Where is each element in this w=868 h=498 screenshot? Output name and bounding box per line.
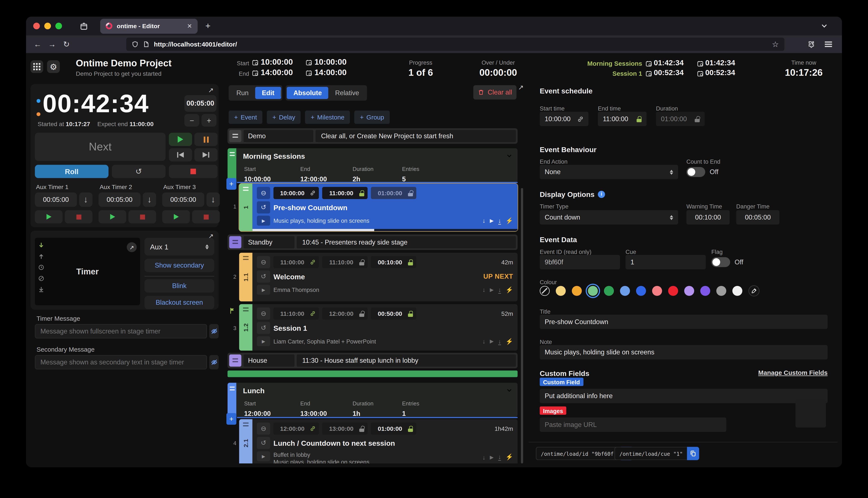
aux2-time-input[interactable]: 00:05:00 <box>99 193 141 207</box>
rundown-event-1[interactable]: 1 1 ⊖ 10:00:00 11:00:00 01:00:00 <box>226 183 525 231</box>
colour-swatch[interactable] <box>668 286 678 296</box>
milestone-text[interactable]: 10:45 - Presenters ready side stage <box>297 236 516 248</box>
reload-button[interactable]: ↺ <box>112 165 166 178</box>
reload-event-button[interactable]: ↺ <box>257 201 270 213</box>
page-info-icon[interactable] <box>143 41 150 48</box>
schedule-start-input[interactable]: 10:00:00 <box>540 112 588 126</box>
add-delay-button[interactable]: +Delay <box>267 110 301 124</box>
browser-tab[interactable]: ontime - Editor ✕ <box>100 18 197 34</box>
colour-swatch[interactable] <box>732 286 742 296</box>
aux1-direction-button[interactable]: ↓ <box>79 193 92 207</box>
colour-picker-button[interactable] <box>749 285 760 296</box>
blackout-button[interactable]: Blackout screen <box>144 296 214 309</box>
pause-button[interactable] <box>194 133 218 146</box>
back-button[interactable]: ← <box>30 40 45 49</box>
drag-handle[interactable] <box>229 354 241 367</box>
load-down-icon[interactable]: ↓ <box>482 454 485 460</box>
skip-event-button[interactable]: ⊖ <box>257 256 270 268</box>
copy-cue-button[interactable] <box>687 447 699 460</box>
custom-field-input[interactable] <box>540 389 828 403</box>
no-colour-swatch[interactable] <box>540 286 550 296</box>
event-title[interactable]: Pre-show Countdown <box>273 203 347 211</box>
event-note[interactable]: Buffet in lobby <box>273 451 369 458</box>
count-to-end-toggle[interactable] <box>687 167 705 177</box>
load-down-icon[interactable]: ↓ <box>482 338 485 344</box>
remove-time-button[interactable]: − <box>184 114 199 127</box>
aux1-time-input[interactable]: 00:05:00 <box>35 193 77 207</box>
aux2-play-button[interactable] <box>99 210 126 223</box>
milestone-house[interactable]: House 11:30 - House staff setup lunch in… <box>228 353 518 368</box>
schedule-end-input[interactable]: 11:00:00 <box>598 112 647 126</box>
colour-swatch[interactable] <box>620 286 630 296</box>
milestone-title[interactable]: House <box>243 354 294 367</box>
start-icon[interactable]: ▶ <box>490 454 494 460</box>
secondary-message-visibility-button[interactable] <box>209 355 219 369</box>
container-tabs-icon[interactable] <box>80 22 88 30</box>
milestone-text[interactable]: 11:30 - House staff setup lunch in lobby <box>297 354 516 367</box>
forward-button[interactable]: → <box>45 40 59 49</box>
event-title[interactable]: Lunch / Countdown to next session <box>273 439 395 447</box>
secondary-message-input[interactable] <box>35 355 207 369</box>
colour-swatch[interactable] <box>604 286 614 296</box>
rundown-event-3[interactable]: 3 1.2 ⊖ 11:10:00 12:00:00 00:50:00 <box>226 304 525 351</box>
group-drag-handle[interactable] <box>228 383 236 417</box>
reload-event-button[interactable]: ↺ <box>257 322 270 334</box>
traffic-light-minimize[interactable] <box>44 23 51 29</box>
event-start-input[interactable]: 12:00:00 <box>273 422 319 435</box>
collapse-chevron-icon[interactable] <box>507 153 512 159</box>
event-start-input[interactable]: 11:10:00 <box>273 307 319 319</box>
colour-swatch[interactable] <box>572 286 582 296</box>
milestone-standby[interactable]: Standby 10:45 - Presenters ready side st… <box>228 235 518 250</box>
timer-message-visibility-button[interactable] <box>209 324 219 338</box>
tab-run[interactable]: Run <box>230 87 255 99</box>
danger-time-input[interactable]: 00:05:00 <box>736 210 779 224</box>
next-button[interactable]: Next <box>35 133 166 161</box>
add-event-button[interactable]: +Event <box>229 110 262 124</box>
expand-panel-icon[interactable]: ↗ <box>208 86 214 94</box>
timer-preview[interactable]: ↗ Timer <box>35 238 140 305</box>
tab-absolute[interactable]: Absolute <box>287 87 329 99</box>
event-end-input[interactable]: 11:00:00 <box>322 187 368 199</box>
extensions-puzzle-icon[interactable] <box>807 40 815 48</box>
event-cue-bar[interactable]: 1.2 <box>239 304 253 351</box>
schedule-duration-input[interactable]: 01:00:00 <box>656 112 705 126</box>
rundown-event-4[interactable]: 4 2.1 ⊖ 12:00:00 13:00:00 01:00:00 <box>226 419 525 463</box>
load-icon[interactable]: ↓ <box>498 286 501 293</box>
event-title[interactable]: Session 1 <box>273 324 307 332</box>
expand-event-button[interactable]: ▶ <box>257 451 270 461</box>
drag-handle[interactable] <box>229 130 241 142</box>
event-note-2[interactable]: Music plays, holding slide on screens <box>273 458 369 463</box>
tab-relative[interactable]: Relative <box>329 87 366 99</box>
apps-grid-button[interactable] <box>30 61 43 73</box>
event-end-input[interactable]: 13:00:00 <box>322 422 368 435</box>
event-duration-input[interactable]: 00:50:00 <box>371 307 417 319</box>
add-time-button[interactable]: + <box>201 114 216 127</box>
open-viewer-icon[interactable]: ↗ <box>127 242 137 252</box>
milestone-demo[interactable]: Demo Clear all, or Create New Project to… <box>228 128 518 144</box>
roll-button[interactable]: Roll <box>35 165 108 178</box>
add-group-button[interactable]: +Group <box>354 110 390 124</box>
event-start-input[interactable]: 11:00:00 <box>273 256 319 268</box>
rundown-scrollbar[interactable] <box>521 188 523 463</box>
stop-button[interactable] <box>169 165 217 178</box>
bookmark-star-icon[interactable]: ☆ <box>772 40 779 49</box>
load-down-icon[interactable]: ↓ <box>482 218 485 224</box>
traffic-light-close[interactable] <box>33 23 40 29</box>
collapse-chevron-icon[interactable] <box>507 388 512 393</box>
aux3-direction-button[interactable]: ↓ <box>206 193 220 207</box>
colour-swatch[interactable] <box>716 286 726 296</box>
reload-button[interactable]: ↻ <box>59 40 74 49</box>
next-event-button[interactable] <box>194 148 218 161</box>
menu-button[interactable] <box>825 42 832 47</box>
blink-button[interactable]: Blink <box>144 279 214 292</box>
cue-input[interactable]: 1 <box>626 255 706 269</box>
start-icon[interactable]: ▶ <box>490 218 494 223</box>
reload-event-button[interactable]: ↺ <box>257 270 270 283</box>
milestone-text[interactable]: Clear all, or Create New Project to star… <box>316 130 516 142</box>
previous-event-button[interactable] <box>169 148 192 161</box>
url-bar[interactable]: http://localhost:4001/editor/ ☆ <box>126 38 784 51</box>
load-down-icon[interactable]: ↓ <box>482 287 485 293</box>
expand-event-button[interactable]: ▶ <box>257 216 270 226</box>
expand-rundown-icon[interactable]: ↗ <box>518 83 524 91</box>
add-time-value[interactable]: 00:05:00 <box>184 95 216 112</box>
